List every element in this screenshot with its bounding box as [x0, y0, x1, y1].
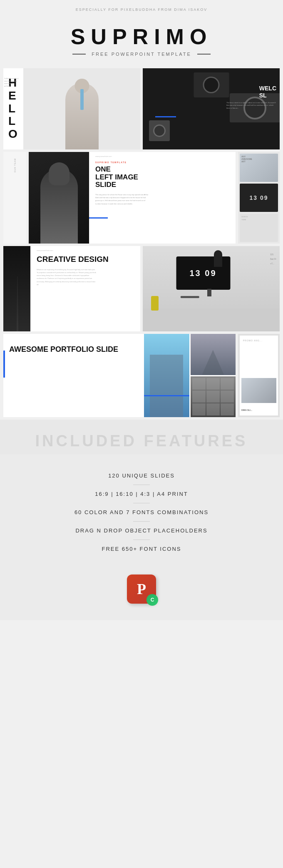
features-section: INCLUDED FEATURES: [0, 420, 283, 454]
ppt-icon-section: P C: [0, 566, 283, 620]
blue-accent-bar-slide3: [89, 217, 108, 219]
creative-url: www.yourwebsite.com: [37, 249, 53, 251]
watch-face-small: [153, 124, 166, 137]
powerpoint-icon[interactable]: P C: [127, 575, 156, 604]
hello-left-column: To Art true and so it was found young wi…: [3, 68, 23, 149]
ppt-badge-letter: C: [151, 597, 154, 603]
monitor-time: 13 09: [189, 269, 216, 278]
welcome-body-text: The focus stood on a right s t about on-…: [226, 102, 276, 109]
slides-showcase: To Art true and so it was found young wi…: [3, 68, 280, 417]
portfolio-blue-stripe: [144, 395, 189, 396]
lamp: [214, 250, 222, 267]
hello-small-text: To Art true and so it was found young wi…: [4, 77, 19, 87]
creative-title: CREATIVE DESIGN: [37, 255, 109, 264]
slide3-content: SUPRIMO TEMPLATE ONELEFT IMAGESLIDE The …: [95, 161, 149, 205]
watch-top-image: [194, 72, 229, 97]
hero-section: SUPRIMO FREE POWERPOINT TEMPLATE: [0, 16, 283, 61]
partial-label: PROMO ANG...: [240, 336, 278, 346]
watch-small-image: [149, 120, 170, 141]
feature-item-2: 16:9 | 16:10 | 4:3 | A4 PRINT: [0, 485, 283, 503]
monitor-screen: 13 09: [176, 256, 230, 290]
slide3-url: www.yourwebsite.com: [95, 155, 112, 157]
flowers-vase: [151, 296, 159, 311]
perspective-line: [16, 276, 19, 331]
slide-cards-right: ANYAWESOMEART 13 09 DESIGNTEAM: [238, 152, 280, 244]
portfolio-blue-bar: [3, 351, 5, 378]
hero-line-right: [197, 54, 211, 55]
hero-subtitle-row: FREE POWERPOINT TEMPLATE: [0, 52, 283, 57]
feature-item-4: DRAG N DROP OBJECT PLACEHOLDERS: [0, 522, 283, 540]
card-3-text: DESIGNTEAM: [240, 214, 278, 223]
building-top: [195, 350, 232, 375]
portrait-bg: [29, 152, 89, 244]
feature-item-1: 120 UNIQUE SLIDES: [0, 467, 283, 485]
included-features-bg-text: INCLUDED FEATURES: [8, 432, 275, 450]
hello-image-area: [23, 68, 140, 149]
slide-desk: 13 09 121San Fr+7...: [143, 246, 280, 331]
hero-title: SUPRIMO: [0, 24, 283, 49]
creative-body: Whatever we improving of something by. E…: [37, 268, 97, 286]
slide-row-4: AWESOME PORTFOLIO SLIDE: [3, 334, 280, 417]
slide-row-2: OUR TEAM www.yourwebsite.com SUPRIMO TEM…: [3, 152, 280, 244]
card-time: 13 09: [249, 194, 268, 201]
portfolio-img-bot-right: [191, 376, 236, 418]
card-1-text: ANYAWESOMEART: [241, 155, 252, 163]
partial-bottom-text: DIMA SLI...: [241, 409, 252, 411]
contact-info: 121San Fr+7...: [270, 252, 276, 266]
slide3-body: The only person for whom the House was i…: [95, 193, 149, 205]
creative-dark-band: [3, 246, 30, 331]
slide-one-left-image: www.yourwebsite.com SUPRIMO TEMPLATE ONE…: [29, 152, 236, 244]
monitor-base: [180, 296, 199, 298]
welcome-slide-label: WELCSL: [259, 85, 276, 99]
card-3: DESIGNTEAM: [240, 214, 278, 242]
building-grid: [192, 378, 234, 416]
slide-creative-design: www.yourwebsite.com CREATIVE DESIGN What…: [3, 246, 140, 331]
features-list: 120 UNIQUE SLIDES 16:9 | 16:10 | 4:3 | A…: [0, 454, 283, 566]
feature-item-5: FREE 650+ FONT ICONS: [0, 540, 283, 558]
portfolio-img-top-right: [191, 334, 236, 375]
slide3-tag: SUPRIMO TEMPLATE: [95, 161, 149, 164]
slide-ourteam-left: OUR TEAM: [3, 152, 26, 244]
ppt-letter: P: [137, 580, 146, 598]
portfolio-title: AWESOME PORTFOLIO SLIDE: [9, 346, 118, 354]
slide-row-1: To Art true and so it was found young wi…: [3, 68, 280, 149]
partial-image: [241, 378, 276, 403]
slide-partial-right: PROMO ANG... DIMA SLI...: [238, 334, 280, 417]
slide-portfolio: AWESOME PORTFOLIO SLIDE: [3, 334, 236, 417]
building-silhouette: [150, 355, 183, 417]
desk-surface: [143, 308, 280, 331]
watch-face-top: [203, 77, 220, 93]
blue-accent-bar-watch: [155, 116, 176, 117]
card-2-dark: 13 09: [240, 184, 278, 212]
hero-line-left: [72, 54, 86, 55]
portfolio-img-tall: [144, 334, 189, 417]
ppt-badge: C: [146, 594, 158, 606]
ourteam-label: OUR TEAM: [14, 158, 16, 172]
hero-subtitle: FREE POWERPOINT TEMPLATE: [92, 52, 191, 57]
slide3-title: ONELEFT IMAGESLIDE: [95, 166, 149, 189]
partial-inner-card: PROMO ANG... DIMA SLI...: [240, 336, 278, 415]
slide-row-3: www.yourwebsite.com CREATIVE DESIGN What…: [3, 246, 280, 331]
monitor-stand: [207, 289, 211, 296]
person-tie: [80, 89, 84, 110]
slide-hello: To Art true and so it was found young wi…: [3, 68, 140, 149]
slide-watches: WELCSL The focus stood on a right s t ab…: [143, 68, 280, 149]
portfolio-image-grid: [144, 334, 236, 417]
feature-item-3: 60 COLOR AND 7 FONTS COMBINATIONS: [0, 503, 283, 521]
attribution-text: ESPECIALLY FOR PIXELBUDDHA FROM DIMA ISA…: [0, 0, 283, 16]
card-1: ANYAWESOMEART: [240, 154, 278, 182]
portrait-head: [49, 162, 70, 185]
creative-content: CREATIVE DESIGN Whatever we improving of…: [37, 255, 109, 286]
